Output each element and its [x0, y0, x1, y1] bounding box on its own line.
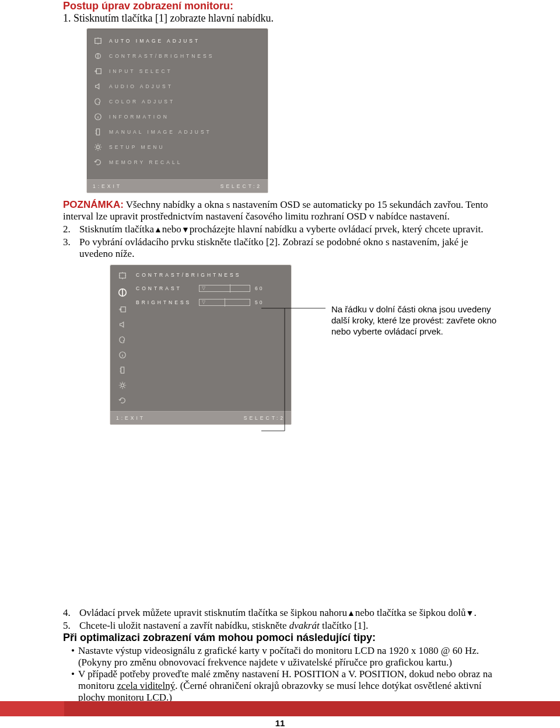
step-num: 4. [63, 607, 79, 619]
step-4-part-c: . [474, 607, 476, 618]
input-icon [118, 305, 127, 314]
down-arrow-icon: ▼ [466, 609, 474, 618]
osd-main-menu: AUTO IMAGE ADJUST CONTRAST/BRIGHTNESS IN… [86, 28, 268, 193]
osd-footer: 1:EXIT SELECT:2 [87, 179, 268, 193]
step-num: 2. [63, 224, 79, 235]
contrast-slider: ▽ [199, 285, 250, 292]
input-icon [94, 67, 102, 75]
tip-item: • Nastavte výstup videosignálu z grafick… [71, 645, 496, 668]
osd-item-color-adjust: COLOR ADJUST [93, 94, 262, 109]
audio-icon [118, 320, 127, 329]
brightness-value: 50 [255, 299, 264, 305]
step-3: 3. Po vybrání ovládacího prvku stiskněte… [63, 236, 496, 260]
note-label: POZNÁMKA: [63, 199, 124, 210]
osd-item-information: INFORMATION [93, 109, 262, 124]
osd2-row-contrast: CONTRAST ▽ 60 [136, 281, 286, 295]
callout-line [261, 305, 331, 440]
osd-item-label: SETUP MENU [109, 144, 165, 150]
recall-icon [94, 158, 102, 166]
osd-item-label: COLOR ADJUST [109, 99, 175, 105]
osd-item-setup-menu: SETUP MENU [93, 140, 262, 155]
slider-triangle-icon: ▽ [202, 300, 205, 305]
contrast-icon [116, 286, 129, 299]
svg-rect-8 [121, 307, 125, 312]
up-arrow-icon: ▲ [347, 609, 355, 618]
step-num: 5. [63, 620, 79, 632]
step-5: 5. Chcete-li uložit nastavení a zavřít n… [63, 620, 496, 632]
step-4-part-a: Ovládací prvek můžete upravit stisknutím… [79, 607, 347, 618]
auto-adjust-icon [94, 37, 102, 45]
svg-rect-6 [120, 273, 126, 278]
osd-item-label: MANUAL IMAGE ADJUST [109, 129, 212, 135]
info-icon [118, 350, 127, 360]
osd-item-label: CONTRAST/BRIGHTNESS [109, 53, 214, 59]
osd-item-manual-image-adjust: MANUAL IMAGE ADJUST [93, 124, 262, 140]
osd-item-label: AUDIO ADJUST [109, 83, 173, 89]
osd2-footer-exit: 1:EXIT [116, 415, 145, 421]
osd-sidebar-icons [114, 269, 131, 405]
osd2-row-label: CONTRAST [136, 285, 194, 291]
recall-icon [118, 396, 127, 405]
brightness-slider: ▽ [199, 299, 250, 306]
step-5-part-a: Chcete-li uložit nastavení a zavřít nabí… [79, 620, 289, 631]
step-5-em: dvakrát [289, 620, 320, 631]
svg-point-5 [96, 145, 99, 148]
page-number: 11 [0, 718, 560, 728]
tips-title: Při optimalizaci zobrazení vám mohou pom… [63, 632, 496, 644]
osd-item-audio-adjust: AUDIO ADJUST [93, 79, 262, 94]
gear-icon [94, 143, 102, 151]
footer-bar [0, 701, 560, 716]
step-2-part-a: Stisknutím tlačítka [79, 224, 154, 235]
step-4: 4. Ovládací prvek můžete upravit stisknu… [63, 607, 496, 619]
osd-item-contrast-brightness: CONTRAST/BRIGHTNESS [93, 48, 262, 64]
step-3-body: Po vybrání ovládacího prvku stiskněte tl… [79, 236, 496, 260]
osd-item-label: AUTO IMAGE ADJUST [109, 38, 200, 44]
tip-underlined: zcela viditelný [117, 680, 176, 691]
step-num: 3. [63, 236, 79, 260]
step-2-part-b: nebo [162, 224, 181, 235]
osd-item-auto-image-adjust: AUTO IMAGE ADJUST [93, 33, 262, 48]
manual-icon [118, 365, 127, 375]
osd2-row-label: BRIGHTNESS [136, 299, 194, 305]
osd-item-label: INFORMATION [109, 114, 169, 120]
page-title: Postup úprav zobrazení monitoru: [63, 0, 496, 12]
osd-footer-select: SELECT:2 [220, 183, 262, 189]
step-4-part-b: nebo tlačítka se šipkou dolů [355, 607, 466, 618]
tip-text: Nastavte výstup videosignálu z grafické … [78, 645, 496, 668]
step-2: 2. Stisknutím tlačítka▲nebo▼procházejte … [63, 224, 496, 235]
contrast-icon [94, 52, 102, 60]
svg-point-11 [121, 384, 124, 386]
info-icon [94, 113, 102, 121]
auto-adjust-icon [118, 271, 127, 280]
svg-rect-2 [96, 69, 101, 74]
svg-rect-4 [96, 129, 99, 135]
osd2-heading: CONTRAST/BRIGHTNESS [136, 272, 241, 278]
audio-icon [94, 82, 102, 90]
step-5-part-b: tlačítko [1]. [320, 620, 369, 631]
osd-item-memory-recall: MEMORY RECALL [93, 155, 262, 170]
step-2-part-c: procházejte hlavní nabídku a vyberte ovl… [190, 224, 484, 235]
osd-footer-exit: 1:EXIT [93, 183, 122, 189]
callout-text: Na řádku v dolní části okna jsou uvedeny… [331, 304, 506, 337]
gear-icon [118, 381, 127, 390]
note: POZNÁMKA: Všechny nabídky a okna s nasta… [63, 199, 496, 222]
tip-text: V případě potřeby proveďte malé změny na… [78, 668, 496, 703]
tips-list: • Nastavte výstup videosignálu z grafick… [71, 645, 496, 703]
down-arrow-icon: ▼ [181, 225, 190, 235]
svg-rect-10 [121, 367, 124, 374]
note-body: Všechny nabídky a okna s nastavením OSD … [63, 199, 488, 222]
osd-item-input-select: INPUT SELECT [93, 64, 262, 79]
palette-icon [94, 97, 102, 106]
osd-item-label: MEMORY RECALL [109, 159, 182, 165]
contrast-value: 60 [255, 285, 264, 291]
tip-item: • V případě potřeby proveďte malé změny … [71, 668, 496, 703]
svg-rect-0 [95, 39, 102, 44]
step-1: 1. Stisknutím tlačítka [1] zobrazte hlav… [63, 12, 496, 25]
osd-item-label: INPUT SELECT [109, 68, 173, 74]
up-arrow-icon: ▲ [154, 225, 162, 235]
manual-icon [94, 128, 102, 136]
palette-icon [118, 335, 127, 344]
bullet-icon: • [71, 668, 75, 703]
bullet-icon: • [71, 645, 75, 668]
